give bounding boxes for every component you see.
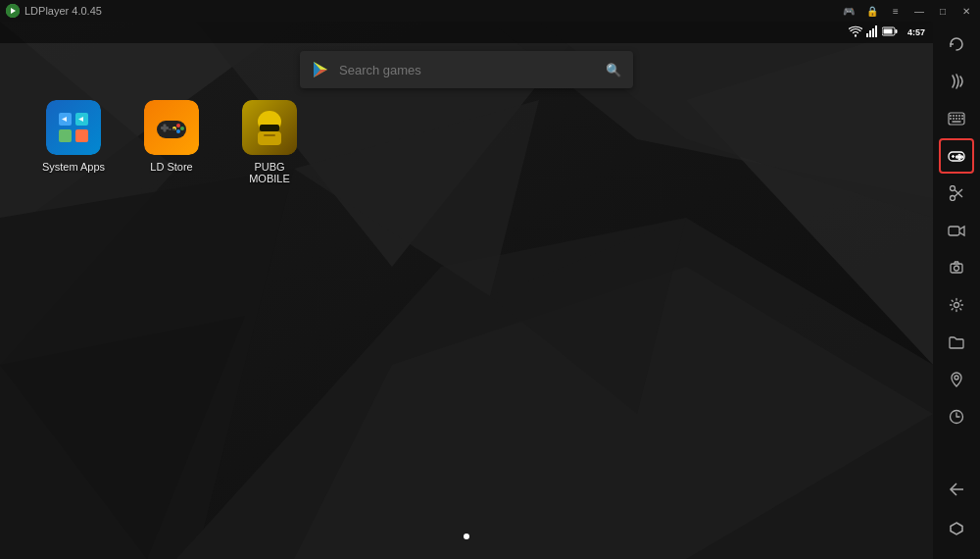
- titlebar-controls: 🎮 🔒 ≡ — □ ✕: [841, 3, 974, 19]
- system-apps-label: System Apps: [42, 161, 105, 173]
- svg-rect-22: [883, 29, 892, 34]
- svg-rect-47: [264, 134, 275, 136]
- search-input[interactable]: [339, 63, 596, 77]
- svg-rect-16: [866, 33, 868, 37]
- svg-point-15: [855, 35, 857, 37]
- pubg-icon-img: [242, 100, 297, 155]
- sidebar-btn-rotate[interactable]: [939, 26, 974, 62]
- battery-icon: [882, 26, 898, 38]
- menu-button[interactable]: ≡: [888, 3, 904, 19]
- close-button[interactable]: ✕: [958, 3, 974, 19]
- system-apps-icon-img: [46, 100, 101, 155]
- titlebar-left: LDPlayer 4.0.45: [6, 4, 102, 18]
- ld-store-bg: [144, 100, 199, 155]
- app-title: LDPlayer 4.0.45: [24, 5, 102, 17]
- sidebar-btn-folder[interactable]: [939, 325, 974, 360]
- restore-button[interactable]: □: [935, 3, 951, 19]
- gamepad-button[interactable]: 🎮: [841, 3, 857, 19]
- svg-point-65: [958, 157, 960, 159]
- title-bar: LDPlayer 4.0.45 🎮 🔒 ≡ — □ ✕: [0, 0, 980, 22]
- svg-rect-40: [169, 128, 172, 130]
- svg-point-38: [176, 129, 180, 133]
- svg-rect-71: [949, 227, 959, 235]
- pubg-mobile-label: PUBG MOBILE: [235, 161, 304, 184]
- ld-store-svg: [153, 109, 190, 146]
- sidebar-btn-location[interactable]: [939, 362, 974, 397]
- sidebar-btn-screenshot[interactable]: [939, 250, 974, 285]
- sidebar-btn-gamepad[interactable]: [939, 138, 974, 174]
- app-logo: [6, 4, 20, 18]
- system-apps-bg: [46, 100, 101, 155]
- pubg-svg: [242, 100, 297, 155]
- search-bar[interactable]: 🔍: [300, 51, 633, 88]
- sidebar-btn-macro[interactable]: [939, 176, 974, 211]
- svg-point-74: [955, 303, 959, 308]
- right-sidebar: [933, 22, 980, 559]
- sidebar-btn-shake[interactable]: [939, 64, 974, 99]
- svg-rect-18: [872, 28, 874, 37]
- svg-point-75: [955, 376, 958, 380]
- status-time: 4:57: [907, 27, 925, 37]
- android-main: 4:57 🔍: [0, 22, 933, 559]
- page-dot-indicator: [464, 534, 469, 539]
- svg-point-64: [961, 156, 963, 158]
- desktop-icons: System Apps: [39, 100, 304, 184]
- svg-point-63: [958, 154, 960, 156]
- search-icon: 🔍: [606, 63, 621, 77]
- svg-point-36: [176, 124, 180, 127]
- svg-rect-45: [260, 125, 279, 131]
- notification-bar: 4:57: [0, 22, 933, 43]
- sidebar-btn-home[interactable]: [939, 511, 974, 546]
- search-bar-container: 🔍: [300, 51, 633, 88]
- svg-rect-17: [869, 30, 871, 37]
- svg-rect-46: [258, 131, 281, 145]
- svg-rect-35: [164, 125, 167, 132]
- sidebar-btn-sync[interactable]: [939, 399, 974, 434]
- minimize-button[interactable]: —: [911, 3, 927, 19]
- svg-point-67: [951, 196, 956, 201]
- status-icons: 4:57: [849, 25, 925, 39]
- app-icon-pubg-mobile[interactable]: PUBG MOBILE: [235, 100, 304, 184]
- wifi-icon: [849, 25, 862, 39]
- system-apps-svg: [56, 110, 91, 145]
- sidebar-btn-keyboard[interactable]: [939, 101, 974, 136]
- app-icon-ld-store[interactable]: LD Store: [137, 100, 206, 184]
- sidebar-btn-record[interactable]: [939, 213, 974, 248]
- svg-marker-78: [951, 523, 962, 534]
- svg-point-73: [955, 266, 959, 271]
- svg-rect-21: [895, 29, 897, 33]
- sidebar-btn-settings[interactable]: [939, 287, 974, 323]
- pubg-bg: [242, 100, 297, 155]
- svg-rect-41: [172, 128, 175, 130]
- svg-rect-29: [59, 129, 72, 142]
- ld-store-icon-img: [144, 100, 199, 155]
- sidebar-btn-back[interactable]: [939, 472, 974, 507]
- svg-rect-19: [875, 25, 877, 37]
- ld-store-label: LD Store: [150, 161, 192, 173]
- svg-point-66: [956, 156, 958, 158]
- signal-icon: [866, 25, 878, 39]
- svg-point-68: [951, 186, 956, 191]
- svg-point-37: [180, 127, 184, 130]
- svg-rect-30: [75, 129, 88, 142]
- app-icon-system-apps[interactable]: System Apps: [39, 100, 108, 184]
- sidebar-bottom: [939, 471, 974, 555]
- lock-button[interactable]: 🔒: [864, 3, 880, 19]
- play-store-icon: [312, 61, 329, 78]
